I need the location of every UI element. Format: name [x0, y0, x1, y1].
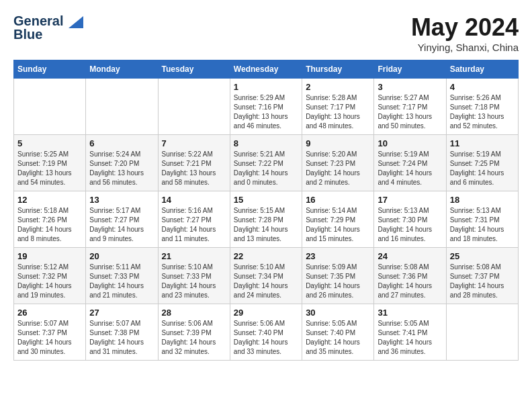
day-number: 4: [450, 82, 515, 92]
calendar-cell: [158, 79, 230, 135]
day-info: Sunrise: 5:16 AMSunset: 7:27 PMDaylight:…: [162, 206, 226, 244]
day-info: Sunrise: 5:15 AMSunset: 7:28 PMDaylight:…: [234, 206, 298, 244]
day-number: 15: [234, 195, 298, 205]
day-number: 9: [306, 138, 370, 148]
day-number: 12: [17, 195, 82, 205]
calendar-cell: 22Sunrise: 5:10 AMSunset: 7:34 PMDayligh…: [230, 248, 302, 304]
calendar-week-4: 19Sunrise: 5:12 AMSunset: 7:32 PMDayligh…: [14, 248, 519, 304]
calendar-cell: 27Sunrise: 5:07 AMSunset: 7:38 PMDayligh…: [86, 304, 158, 361]
day-number: 21: [162, 251, 226, 261]
calendar-cell: 5Sunrise: 5:25 AMSunset: 7:19 PMDaylight…: [14, 135, 86, 191]
day-number: 26: [17, 308, 82, 318]
calendar-cell: 10Sunrise: 5:19 AMSunset: 7:24 PMDayligh…: [374, 135, 446, 191]
calendar-cell: [14, 79, 86, 135]
calendar-cell: 31Sunrise: 5:05 AMSunset: 7:41 PMDayligh…: [374, 304, 446, 361]
day-number: 8: [234, 138, 298, 148]
day-info: Sunrise: 5:08 AMSunset: 7:36 PMDaylight:…: [378, 263, 442, 300]
day-number: 3: [378, 82, 442, 92]
calendar-cell: 13Sunrise: 5:17 AMSunset: 7:27 PMDayligh…: [86, 191, 158, 248]
day-number: 2: [306, 82, 370, 92]
calendar-week-3: 12Sunrise: 5:18 AMSunset: 7:26 PMDayligh…: [14, 191, 519, 248]
calendar-cell: 18Sunrise: 5:13 AMSunset: 7:31 PMDayligh…: [446, 191, 518, 248]
day-number: 18: [450, 195, 515, 205]
svg-marker-0: [69, 16, 83, 28]
day-number: 25: [450, 251, 515, 261]
day-info: Sunrise: 5:21 AMSunset: 7:22 PMDaylight:…: [234, 150, 298, 187]
page-header: General Blue May 2024 Yinying, Shanxi, C…: [13, 13, 519, 53]
day-number: 16: [306, 195, 370, 205]
day-number: 24: [378, 251, 442, 261]
calendar-cell: 11Sunrise: 5:19 AMSunset: 7:25 PMDayligh…: [446, 135, 518, 191]
calendar-cell: 29Sunrise: 5:06 AMSunset: 7:40 PMDayligh…: [230, 304, 302, 361]
weekday-header-monday: Monday: [86, 60, 158, 79]
day-info: Sunrise: 5:22 AMSunset: 7:21 PMDaylight:…: [162, 150, 226, 187]
calendar-table: SundayMondayTuesdayWednesdayThursdayFrid…: [13, 60, 519, 361]
calendar-cell: [446, 304, 518, 361]
day-info: Sunrise: 5:09 AMSunset: 7:35 PMDaylight:…: [306, 263, 370, 300]
calendar-cell: 3Sunrise: 5:27 AMSunset: 7:17 PMDaylight…: [374, 79, 446, 135]
calendar-cell: [86, 79, 158, 135]
day-info: Sunrise: 5:12 AMSunset: 7:32 PMDaylight:…: [17, 263, 82, 300]
day-info: Sunrise: 5:06 AMSunset: 7:40 PMDaylight:…: [234, 319, 298, 357]
day-number: 7: [162, 138, 226, 148]
weekday-header-wednesday: Wednesday: [230, 60, 302, 79]
calendar-cell: 17Sunrise: 5:13 AMSunset: 7:30 PMDayligh…: [374, 191, 446, 248]
day-info: Sunrise: 5:08 AMSunset: 7:37 PMDaylight:…: [450, 263, 515, 300]
day-info: Sunrise: 5:07 AMSunset: 7:37 PMDaylight:…: [17, 319, 82, 357]
day-number: 10: [378, 138, 442, 148]
day-info: Sunrise: 5:28 AMSunset: 7:17 PMDaylight:…: [306, 93, 370, 131]
day-number: 13: [89, 195, 154, 205]
weekday-header-sunday: Sunday: [14, 60, 86, 79]
logo-icon: [69, 16, 83, 28]
day-info: Sunrise: 5:18 AMSunset: 7:26 PMDaylight:…: [17, 206, 82, 244]
day-info: Sunrise: 5:10 AMSunset: 7:33 PMDaylight:…: [162, 263, 226, 300]
location: Yinying, Shanxi, China: [411, 42, 519, 53]
calendar-cell: 8Sunrise: 5:21 AMSunset: 7:22 PMDaylight…: [230, 135, 302, 191]
day-number: 23: [306, 251, 370, 261]
month-title: May 2024: [411, 13, 519, 42]
day-info: Sunrise: 5:19 AMSunset: 7:25 PMDaylight:…: [450, 150, 515, 187]
day-info: Sunrise: 5:20 AMSunset: 7:23 PMDaylight:…: [306, 150, 370, 187]
calendar-cell: 14Sunrise: 5:16 AMSunset: 7:27 PMDayligh…: [158, 191, 230, 248]
calendar-cell: 12Sunrise: 5:18 AMSunset: 7:26 PMDayligh…: [14, 191, 86, 248]
day-number: 20: [89, 251, 154, 261]
calendar-cell: 7Sunrise: 5:22 AMSunset: 7:21 PMDaylight…: [158, 135, 230, 191]
day-info: Sunrise: 5:25 AMSunset: 7:19 PMDaylight:…: [17, 150, 82, 187]
day-number: 31: [378, 308, 442, 318]
day-info: Sunrise: 5:13 AMSunset: 7:31 PMDaylight:…: [450, 206, 515, 244]
calendar-cell: 20Sunrise: 5:11 AMSunset: 7:33 PMDayligh…: [86, 248, 158, 304]
calendar-cell: 25Sunrise: 5:08 AMSunset: 7:37 PMDayligh…: [446, 248, 518, 304]
day-number: 17: [378, 195, 442, 205]
logo: General Blue: [13, 13, 83, 42]
calendar-cell: 28Sunrise: 5:06 AMSunset: 7:39 PMDayligh…: [158, 304, 230, 361]
calendar-cell: 30Sunrise: 5:05 AMSunset: 7:40 PMDayligh…: [302, 304, 374, 361]
day-info: Sunrise: 5:13 AMSunset: 7:30 PMDaylight:…: [378, 206, 442, 244]
day-info: Sunrise: 5:10 AMSunset: 7:34 PMDaylight:…: [234, 263, 298, 300]
day-info: Sunrise: 5:14 AMSunset: 7:29 PMDaylight:…: [306, 206, 370, 244]
day-info: Sunrise: 5:27 AMSunset: 7:17 PMDaylight:…: [378, 93, 442, 131]
calendar-week-2: 5Sunrise: 5:25 AMSunset: 7:19 PMDaylight…: [14, 135, 519, 191]
day-number: 22: [234, 251, 298, 261]
calendar-cell: 4Sunrise: 5:26 AMSunset: 7:18 PMDaylight…: [446, 79, 518, 135]
day-number: 6: [89, 138, 154, 148]
day-info: Sunrise: 5:07 AMSunset: 7:38 PMDaylight:…: [89, 319, 154, 357]
weekday-header-thursday: Thursday: [302, 60, 374, 79]
calendar-header-row: SundayMondayTuesdayWednesdayThursdayFrid…: [14, 60, 519, 79]
day-number: 28: [162, 308, 226, 318]
logo-text-line1: General: [13, 13, 63, 28]
day-info: Sunrise: 5:29 AMSunset: 7:16 PMDaylight:…: [234, 93, 298, 131]
weekday-header-friday: Friday: [374, 60, 446, 79]
calendar-cell: 6Sunrise: 5:24 AMSunset: 7:20 PMDaylight…: [86, 135, 158, 191]
day-info: Sunrise: 5:26 AMSunset: 7:18 PMDaylight:…: [450, 93, 515, 131]
calendar-cell: 24Sunrise: 5:08 AMSunset: 7:36 PMDayligh…: [374, 248, 446, 304]
calendar-cell: 15Sunrise: 5:15 AMSunset: 7:28 PMDayligh…: [230, 191, 302, 248]
day-number: 29: [234, 308, 298, 318]
calendar-cell: 21Sunrise: 5:10 AMSunset: 7:33 PMDayligh…: [158, 248, 230, 304]
calendar-cell: 16Sunrise: 5:14 AMSunset: 7:29 PMDayligh…: [302, 191, 374, 248]
calendar-cell: 26Sunrise: 5:07 AMSunset: 7:37 PMDayligh…: [14, 304, 86, 361]
day-number: 5: [17, 138, 82, 148]
day-number: 11: [450, 138, 515, 148]
title-block: May 2024 Yinying, Shanxi, China: [411, 13, 519, 53]
calendar-cell: 9Sunrise: 5:20 AMSunset: 7:23 PMDaylight…: [302, 135, 374, 191]
calendar-cell: 2Sunrise: 5:28 AMSunset: 7:17 PMDaylight…: [302, 79, 374, 135]
